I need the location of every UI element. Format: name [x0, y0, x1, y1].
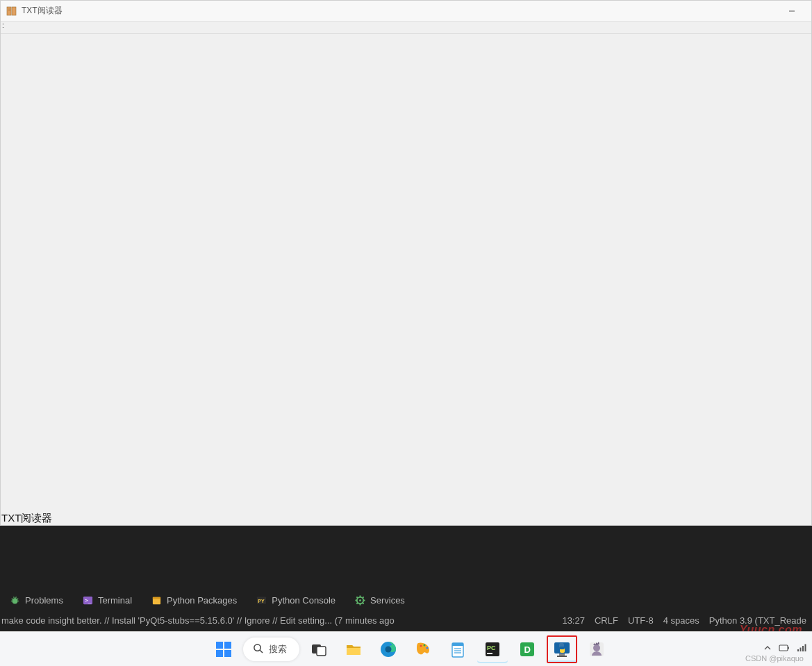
- window-title: TXT阅读器: [22, 5, 63, 17]
- svg-rect-35: [317, 647, 326, 656]
- python-app-button[interactable]: [547, 635, 577, 663]
- start-button[interactable]: [208, 635, 239, 663]
- svg-rect-15: [153, 597, 160, 599]
- content-area: [1, 34, 811, 525]
- svg-line-8: [12, 599, 13, 600]
- ide-statusbar: make code insight better. // Install 'Py…: [0, 613, 812, 631]
- svg-rect-30: [216, 650, 223, 657]
- ide-bottom: Problems >_ Terminal Python Packages PY …: [0, 526, 812, 631]
- minimize-button[interactable]: [778, 3, 806, 19]
- svg-rect-42: [452, 643, 463, 646]
- status-eol[interactable]: CRLF: [595, 615, 618, 626]
- taskbar-search[interactable]: 搜索: [243, 638, 299, 661]
- svg-point-38: [420, 644, 422, 647]
- status-cursor[interactable]: 13:27: [562, 615, 585, 626]
- toolbar-text: :: [2, 22, 4, 29]
- svg-text:>_: >_: [85, 597, 92, 603]
- svg-rect-56: [779, 645, 788, 651]
- svg-rect-31: [224, 650, 231, 657]
- status-encoding[interactable]: UTF-8: [628, 615, 654, 626]
- toolbar[interactable]: :: [1, 22, 811, 34]
- panel-label: Terminal: [98, 595, 132, 606]
- svg-rect-52: [559, 653, 565, 656]
- svg-point-37: [386, 646, 392, 652]
- status-label: TXT阅读器: [1, 512, 52, 525]
- gear-icon: [355, 595, 365, 606]
- paint-app-button[interactable]: [408, 635, 438, 663]
- search-placeholder: 搜索: [269, 643, 287, 656]
- svg-point-5: [13, 599, 18, 604]
- svg-line-27: [363, 597, 364, 598]
- svg-rect-57: [788, 647, 790, 649]
- svg-point-19: [359, 599, 361, 601]
- pycharm-button[interactable]: PC: [477, 635, 508, 663]
- ide-panel-tabs: Problems >_ Terminal Python Packages PY …: [0, 591, 812, 613]
- svg-rect-0: [7, 7, 11, 15]
- svg-line-9: [17, 599, 18, 600]
- titlebar[interactable]: TXT阅读器: [1, 1, 811, 22]
- search-icon: [253, 643, 263, 656]
- panel-label: Problems: [25, 595, 63, 606]
- svg-point-32: [254, 644, 260, 650]
- svg-rect-29: [224, 642, 231, 649]
- svg-rect-58: [797, 649, 799, 651]
- svg-rect-59: [800, 648, 802, 652]
- watermark-csdn: CSDN @pikaquo: [745, 654, 804, 663]
- tray-chevron-icon[interactable]: [763, 644, 772, 654]
- tray-network-icon[interactable]: [797, 644, 806, 654]
- svg-line-25: [363, 603, 364, 604]
- taskbar: 搜索 PC D: [0, 631, 812, 666]
- panel-problems[interactable]: Problems: [10, 595, 63, 606]
- system-tray[interactable]: [763, 644, 812, 654]
- green-app-button[interactable]: D: [512, 635, 542, 663]
- svg-text:PC: PC: [487, 644, 496, 651]
- panel-python-console[interactable]: PY Python Console: [256, 595, 335, 606]
- svg-rect-60: [802, 646, 804, 651]
- svg-rect-61: [805, 644, 806, 652]
- svg-rect-48: [487, 653, 492, 654]
- tray-battery-icon[interactable]: [779, 644, 790, 654]
- svg-line-10: [14, 597, 15, 598]
- svg-line-24: [356, 597, 358, 598]
- panel-label: Python Packages: [167, 595, 237, 606]
- status-indent[interactable]: 4 spaces: [663, 615, 699, 626]
- svg-point-39: [424, 644, 426, 646]
- panel-services[interactable]: Services: [355, 595, 405, 606]
- terminal-icon: >_: [83, 595, 93, 606]
- txt-reader-window: TXT阅读器 :: [0, 0, 812, 526]
- task-view-button[interactable]: [304, 635, 334, 663]
- app-icon: [6, 6, 17, 17]
- edge-button[interactable]: [373, 635, 404, 663]
- notepad-button[interactable]: [442, 635, 473, 663]
- svg-rect-53: [557, 656, 567, 657]
- panel-label: Services: [370, 595, 405, 606]
- svg-rect-1: [12, 7, 16, 15]
- svg-point-55: [593, 644, 600, 651]
- svg-text:PY: PY: [258, 599, 265, 603]
- svg-line-26: [356, 603, 358, 604]
- panel-label: Python Console: [272, 595, 335, 606]
- svg-line-11: [15, 597, 16, 598]
- status-message[interactable]: make code insight better. // Install 'Py…: [1, 615, 552, 626]
- avatar-app-button[interactable]: [581, 635, 612, 663]
- python-console-icon: PY: [256, 595, 267, 606]
- package-icon: [151, 595, 162, 606]
- file-explorer-button[interactable]: [338, 635, 369, 663]
- svg-line-33: [260, 650, 263, 653]
- panel-terminal[interactable]: >_ Terminal: [83, 595, 132, 606]
- svg-point-40: [426, 647, 429, 649]
- svg-rect-28: [216, 642, 223, 649]
- svg-text:D: D: [524, 644, 531, 655]
- bug-icon: [10, 595, 20, 606]
- panel-python-packages[interactable]: Python Packages: [151, 595, 237, 606]
